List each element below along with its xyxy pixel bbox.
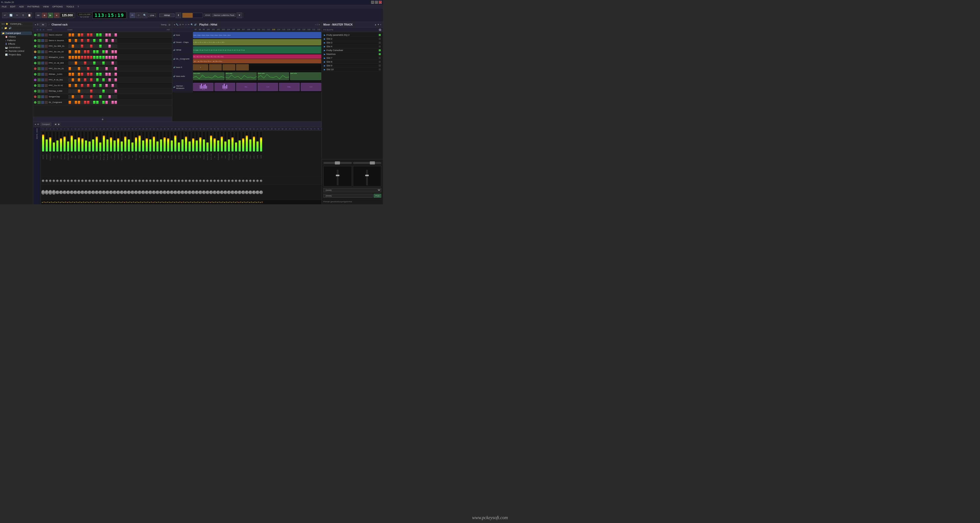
pad-6-9[interactable] [96,67,99,70]
pad-11-5[interactable] [84,95,86,99]
tree-item-history[interactable]: ⏰ History [1,35,32,38]
pad-12-2[interactable] [75,100,77,104]
pad-10-6[interactable] [87,89,89,93]
select-tool[interactable]: ⊹ [136,13,142,18]
fx-enabled-10[interactable] [379,69,381,70]
channel-pads-3[interactable] [68,50,172,54]
minimize-button[interactable]: _ [371,1,374,4]
pad-10-4[interactable] [81,89,83,93]
master-fader[interactable] [323,166,352,187]
mixer-knob-large-47[interactable] [209,190,213,194]
mixer-knob-small-25[interactable] [130,180,134,182]
pad-5-15[interactable] [115,61,117,65]
large-knob-31[interactable] [152,190,156,194]
mixer-knob-small-61[interactable] [259,180,263,182]
tree-item-effects[interactable]: 🎛 Effects [1,42,32,46]
pad-10-3[interactable] [78,89,80,93]
mixer-knob-small-9[interactable] [73,180,77,182]
large-knob-45[interactable] [202,190,206,194]
pad-0-10[interactable] [99,33,102,37]
mixer-knob-small-59[interactable] [252,180,256,182]
fx-enabled-8[interactable] [379,61,381,63]
fader-bg-47[interactable] [210,131,212,152]
pad-5-0[interactable] [68,61,71,65]
fader-bg-53[interactable] [231,131,234,152]
mixer-knob-small-34[interactable] [163,180,166,182]
pad-3-8[interactable] [93,50,96,54]
pad-0-3[interactable] [78,33,80,37]
mixer-knob-large-21[interactable] [116,190,120,194]
mixer-knob-large-54[interactable] [234,190,238,194]
mixer-knob-large-17[interactable] [102,190,106,194]
mixer-knob-small-57[interactable] [245,180,248,182]
pad-6-1[interactable] [72,67,74,70]
pad-3-11[interactable] [102,50,105,54]
mixer-knob-small-37[interactable] [173,180,177,182]
fader-bg-50[interactable] [221,131,223,152]
pad-2-13[interactable] [108,45,111,48]
record-button[interactable]: ● [54,13,59,18]
channel-pads-12[interactable] [68,100,172,104]
pad-12-10[interactable] [99,100,102,104]
pad-8-0[interactable] [68,78,71,82]
pad-2-3[interactable] [78,45,80,48]
mute-btn-1[interactable] [38,39,41,42]
mixer-knob-large-22[interactable] [120,190,124,194]
stop-button[interactable]: ■ [41,13,47,18]
pad-0-8[interactable] [93,33,96,37]
mixer-knob-small-43[interactable] [195,180,199,182]
pad-1-2[interactable] [75,39,77,42]
solo-btn-7[interactable] [41,73,44,76]
mute-btn-8[interactable] [38,78,41,81]
large-knob-56[interactable] [242,190,245,194]
mute-btn-11[interactable] [38,95,41,98]
large-knob-1[interactable] [45,190,48,195]
large-knob-40[interactable] [184,190,188,194]
inst-btn-12[interactable] [45,101,48,104]
mixer-knob-large-31[interactable] [152,190,156,194]
pad-3-0[interactable] [68,50,71,54]
pad-8-6[interactable] [87,78,89,82]
fx-enabled-3[interactable] [379,41,381,44]
pad-11-1[interactable] [72,95,74,99]
fx-enabled-9[interactable] [379,65,381,67]
channel-filter[interactable]: All [40,23,46,26]
pad-0-7[interactable] [90,33,93,37]
mixer-knob-small-10[interactable] [77,180,81,182]
tree-item-patterns[interactable]: ♪ Patterns [1,38,32,42]
fx-enabled-5[interactable] [379,49,381,51]
large-knob-50[interactable] [220,190,224,194]
mixer-knob-small-23[interactable] [124,180,127,182]
large-knob-48[interactable] [213,190,216,194]
mixer-knob-large-59[interactable] [252,190,256,194]
mixer-knob-large-27[interactable] [138,190,142,194]
pad-9-4[interactable] [81,84,83,87]
mute-btn-6[interactable] [38,67,41,70]
mixer-knob-small-39[interactable] [181,180,184,182]
channel-pads-8[interactable] [68,78,172,82]
mixer-knob-small-11[interactable] [81,180,84,182]
fader-bg-20[interactable] [113,131,116,152]
mixer-knob-large-23[interactable] [124,190,127,194]
large-knob-55[interactable] [238,190,242,194]
large-knob-49[interactable] [216,190,220,194]
large-knob-41[interactable] [188,190,191,194]
fader-bg-36[interactable] [170,131,173,152]
channel-pads-6[interactable] [68,67,172,70]
pad-4-7[interactable] [90,56,93,59]
pad-10-11[interactable] [102,89,105,93]
mixer-knob-large-52[interactable] [227,190,231,194]
pad-7-11[interactable] [102,73,105,76]
mixer-knob-large-26[interactable] [134,190,138,194]
fader-bg-8[interactable] [70,131,73,152]
tree-item-current-project[interactable]: 📁 Current project [1,32,32,35]
pad-11-3[interactable] [78,95,80,99]
pad-6-3[interactable] [78,67,80,70]
solo-btn-6[interactable] [41,67,44,70]
pad-5-8[interactable] [93,61,96,65]
mixer-knob-large-2[interactable] [48,190,52,195]
pad-12-15[interactable] [115,100,117,104]
fader-bg-54[interactable] [235,131,237,152]
mixer-knob-small-27[interactable] [138,180,142,182]
pad-7-4[interactable] [81,73,83,76]
